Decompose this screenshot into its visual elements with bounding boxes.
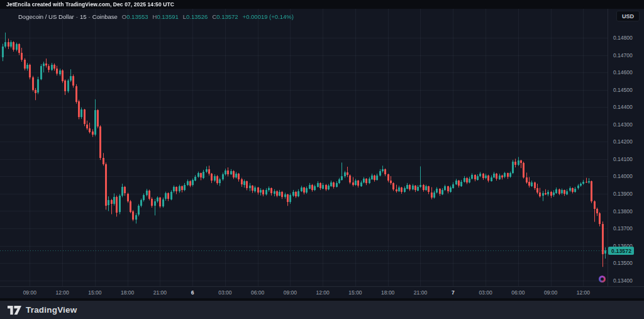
ohlc-open: O0.13553 bbox=[122, 13, 148, 20]
price-tick-label: 0.14200 bbox=[613, 138, 633, 145]
time-tick-label: 03:00 bbox=[218, 287, 231, 298]
legend-separator: - bbox=[88, 13, 90, 20]
last-price-badge: 0.13572 bbox=[608, 247, 634, 255]
currency-toggle-button[interactable]: USD bbox=[616, 11, 640, 21]
price-tick-label: 0.14000 bbox=[613, 173, 633, 179]
ohlc-high: H0.13591 bbox=[153, 13, 179, 20]
chart-widget: Dogecoin / US Dollar-15-CoinbaseO0.13553… bbox=[0, 9, 644, 298]
interval-label: 15 bbox=[80, 13, 87, 20]
time-tick-label: 09:00 bbox=[284, 287, 297, 298]
time-tick-label: 15:00 bbox=[348, 287, 362, 298]
price-tick-label: 0.14300 bbox=[613, 121, 633, 128]
legend-separator: - bbox=[76, 13, 78, 20]
price-tick-label: 0.14600 bbox=[613, 69, 633, 76]
day-tick-label: 7 bbox=[452, 287, 455, 298]
price-tick-label: 0.14800 bbox=[613, 35, 633, 41]
price-tick-label: 0.14400 bbox=[613, 104, 633, 110]
price-tick-label: 0.13500 bbox=[613, 260, 633, 266]
candlestick-chart-canvas[interactable] bbox=[0, 9, 608, 286]
day-tick-label: 6 bbox=[191, 287, 194, 298]
price-tick-label: 0.14100 bbox=[613, 156, 633, 162]
time-tick-label: 06:00 bbox=[251, 287, 264, 298]
symbol-title[interactable]: Dogecoin / US Dollar bbox=[18, 13, 74, 20]
footer-bar: TradingView bbox=[0, 301, 644, 319]
ohlc-close: C0.13572 bbox=[212, 13, 238, 20]
chart-legend: Dogecoin / US Dollar-15-CoinbaseO0.13553… bbox=[18, 13, 294, 20]
price-tick-label: 0.13800 bbox=[613, 208, 633, 215]
price-tick-label: 0.14500 bbox=[613, 87, 633, 93]
time-axis[interactable]: 09:0012:0015:0018:0021:00603:0006:0009:0… bbox=[0, 286, 644, 299]
tradingview-logo-icon[interactable] bbox=[8, 306, 21, 315]
exchange-label: Coinbase bbox=[92, 13, 118, 20]
watermark: JetEncila created with TradingView.com, … bbox=[6, 1, 174, 8]
price-axis[interactable]: 0.148000.147000.146000.145000.144000.143… bbox=[608, 9, 644, 286]
price-change: +0.00019 (+0.14%) bbox=[243, 13, 294, 20]
time-tick-label: 09:00 bbox=[23, 287, 36, 298]
time-tick-label: 09:00 bbox=[544, 287, 557, 298]
cursor-icon bbox=[599, 276, 606, 283]
time-tick-label: 18:00 bbox=[381, 287, 394, 298]
tradingview-screenshot: JetEncila created with TradingView.com, … bbox=[0, 0, 644, 319]
time-tick-label: 03:00 bbox=[479, 287, 492, 298]
time-tick-label: 18:00 bbox=[121, 287, 134, 298]
price-tick-label: 0.13400 bbox=[613, 277, 633, 284]
ohlc-low: L0.13526 bbox=[183, 13, 208, 20]
time-tick-label: 21:00 bbox=[153, 287, 167, 298]
time-tick-label: 15:00 bbox=[88, 287, 101, 298]
tradingview-wordmark[interactable]: TradingView bbox=[26, 305, 77, 315]
time-tick-label: 06:00 bbox=[511, 287, 525, 298]
time-tick-label: 12:00 bbox=[577, 287, 590, 298]
price-tick-label: 0.14700 bbox=[613, 52, 633, 59]
time-tick-label: 12:00 bbox=[316, 287, 330, 298]
time-tick-label: 12:00 bbox=[55, 287, 69, 298]
time-tick-label: 21:00 bbox=[414, 287, 427, 298]
price-tick-label: 0.13900 bbox=[613, 191, 633, 197]
price-tick-label: 0.13700 bbox=[613, 225, 633, 232]
